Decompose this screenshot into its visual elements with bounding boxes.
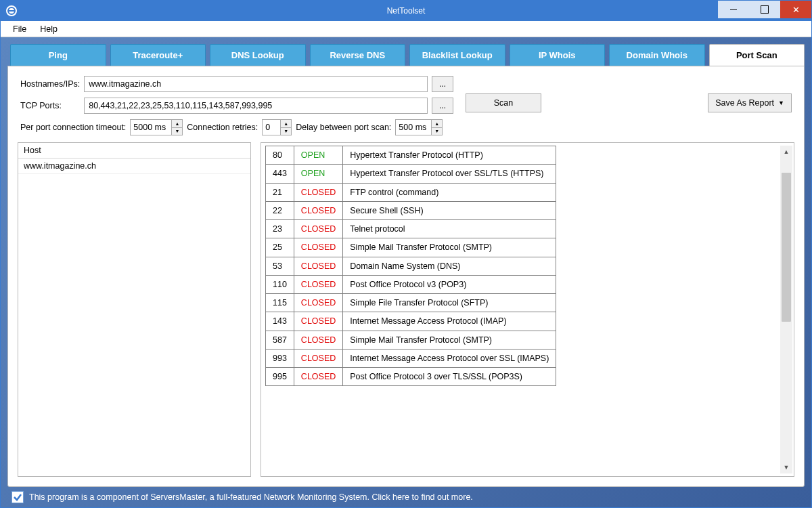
timeout-label: Per port connection timeout: bbox=[20, 123, 126, 132]
description-cell: Simple Mail Transfer Protocol (SMTP) bbox=[343, 238, 556, 257]
spin-up-icon[interactable]: ▲ bbox=[432, 120, 442, 128]
close-button[interactable] bbox=[780, 1, 811, 18]
port-cell: 25 bbox=[266, 238, 294, 257]
form-right: Scan Save As Report ▼ bbox=[466, 76, 792, 112]
save-as-report-button[interactable]: Save As Report ▼ bbox=[708, 93, 792, 112]
status-cell: CLOSED bbox=[294, 238, 342, 257]
hostnames-input[interactable] bbox=[84, 76, 428, 92]
description-cell: Internet Message Access Protocol over SS… bbox=[343, 349, 556, 367]
menu-help[interactable]: Help bbox=[33, 24, 64, 34]
spin-up-icon[interactable]: ▲ bbox=[281, 120, 291, 128]
tab-traceroute[interactable]: Traceroute+ bbox=[110, 44, 206, 66]
tcp-ports-input[interactable] bbox=[84, 98, 428, 114]
spin-down-icon[interactable]: ▼ bbox=[281, 128, 291, 135]
tcp-ports-label: TCP Ports: bbox=[20, 101, 80, 110]
result-panel: 80OPENHypertext Transfer Protocol (HTTP)… bbox=[261, 142, 794, 477]
spin-down-icon[interactable]: ▼ bbox=[432, 128, 442, 135]
status-cell: OPEN bbox=[294, 165, 342, 183]
spin-up-icon[interactable]: ▲ bbox=[172, 120, 182, 128]
delay-spinner[interactable]: ▲▼ bbox=[395, 119, 443, 135]
description-cell: Hypertext Transfer Protocol over SSL/TLS… bbox=[343, 165, 556, 183]
footer-text[interactable]: This program is a component of ServersMa… bbox=[29, 492, 473, 502]
maximize-button[interactable] bbox=[749, 1, 780, 18]
table-row[interactable]: 23CLOSEDTelnet protocol bbox=[266, 220, 556, 238]
delay-input[interactable] bbox=[396, 120, 431, 135]
description-cell: Telnet protocol bbox=[343, 220, 556, 238]
scroll-down-icon[interactable]: ▼ bbox=[780, 461, 792, 473]
port-cell: 21 bbox=[266, 183, 294, 201]
host-row[interactable]: www.itmagazine.ch bbox=[18, 158, 250, 174]
description-cell: Post Office Protocol 3 over TLS/SSL (POP… bbox=[343, 368, 556, 386]
scroll-thumb[interactable] bbox=[782, 173, 791, 322]
delay-label: Delay between port scan: bbox=[296, 123, 391, 132]
port-cell: 53 bbox=[266, 257, 294, 275]
retries-spinner[interactable]: ▲▼ bbox=[262, 119, 292, 135]
status-cell: CLOSED bbox=[294, 368, 342, 386]
table-row[interactable]: 80OPENHypertext Transfer Protocol (HTTP) bbox=[266, 146, 556, 165]
port-cell: 993 bbox=[266, 349, 294, 367]
port-cell: 587 bbox=[266, 331, 294, 349]
vertical-scrollbar[interactable]: ▲ ▼ bbox=[780, 146, 792, 473]
titlebar[interactable]: NetToolset bbox=[1, 1, 811, 21]
app-window: NetToolset File Help Ping Traceroute+ DN… bbox=[0, 0, 812, 508]
form-left: Hostnames/IPs: ... TCP Ports: ... Per po… bbox=[20, 76, 453, 135]
description-cell: Domain Name System (DNS) bbox=[343, 257, 556, 275]
description-cell: Simple File Transfer Protocol (SFTP) bbox=[343, 294, 556, 312]
menu-file[interactable]: File bbox=[6, 24, 33, 34]
footer-checkbox[interactable] bbox=[12, 491, 24, 503]
status-cell: OPEN bbox=[294, 146, 342, 165]
timeout-input[interactable] bbox=[131, 120, 171, 135]
port-cell: 80 bbox=[266, 146, 294, 165]
tab-ping[interactable]: Ping bbox=[10, 44, 106, 66]
table-row[interactable]: 443OPENHypertext Transfer Protocol over … bbox=[266, 165, 556, 183]
menubar: File Help bbox=[1, 21, 811, 37]
table-row[interactable]: 143CLOSEDInternet Message Access Protoco… bbox=[266, 312, 556, 331]
status-cell: CLOSED bbox=[294, 294, 342, 312]
description-cell: Simple Mail Transfer Protocol (SMTP) bbox=[343, 331, 556, 349]
tab-reverse-dns[interactable]: Reverse DNS bbox=[310, 44, 406, 66]
description-cell: Hypertext Transfer Protocol (HTTP) bbox=[343, 146, 556, 165]
scan-button[interactable]: Scan bbox=[466, 93, 541, 112]
window-controls bbox=[718, 1, 811, 21]
tab-ip-whois[interactable]: IP Whois bbox=[510, 44, 606, 66]
retries-input[interactable] bbox=[263, 120, 280, 135]
retries-label: Connection retries: bbox=[187, 123, 258, 132]
table-row[interactable]: 110CLOSEDPost Office Protocol v3 (POP3) bbox=[266, 275, 556, 293]
table-row[interactable]: 53CLOSEDDomain Name System (DNS) bbox=[266, 257, 556, 275]
tool-area: Hostnames/IPs: ... TCP Ports: ... Per po… bbox=[7, 66, 805, 487]
app-icon bbox=[6, 5, 17, 16]
tab-blacklist[interactable]: Blacklist Lookup bbox=[409, 44, 505, 66]
table-row[interactable]: 25CLOSEDSimple Mail Transfer Protocol (S… bbox=[266, 238, 556, 257]
port-cell: 22 bbox=[266, 201, 294, 219]
description-cell: Post Office Protocol v3 (POP3) bbox=[343, 275, 556, 293]
status-cell: CLOSED bbox=[294, 220, 342, 238]
table-row[interactable]: 22CLOSEDSecure Shell (SSH) bbox=[266, 201, 556, 219]
timeout-spinner[interactable]: ▲▼ bbox=[130, 119, 183, 135]
caret-down-icon: ▼ bbox=[778, 100, 784, 106]
table-row[interactable]: 115CLOSEDSimple File Transfer Protocol (… bbox=[266, 294, 556, 312]
footer: This program is a component of ServersMa… bbox=[7, 487, 805, 507]
minimize-button[interactable] bbox=[718, 1, 749, 18]
port-table: 80OPENHypertext Transfer Protocol (HTTP)… bbox=[265, 146, 556, 386]
table-row[interactable]: 995CLOSEDPost Office Protocol 3 over TLS… bbox=[266, 368, 556, 386]
tab-port-scan[interactable]: Port Scan bbox=[709, 44, 805, 66]
table-row[interactable]: 993CLOSEDInternet Message Access Protoco… bbox=[266, 349, 556, 367]
table-row[interactable]: 21CLOSEDFTP control (command) bbox=[266, 183, 556, 201]
host-panel: Host www.itmagazine.ch bbox=[18, 142, 251, 477]
port-cell: 23 bbox=[266, 220, 294, 238]
table-row[interactable]: 587CLOSEDSimple Mail Transfer Protocol (… bbox=[266, 331, 556, 349]
port-cell: 143 bbox=[266, 312, 294, 331]
tcp-ports-browse-button[interactable]: ... bbox=[432, 98, 453, 114]
tab-dns-lookup[interactable]: DNS Lookup bbox=[210, 44, 306, 66]
port-cell: 995 bbox=[266, 368, 294, 386]
port-cell: 110 bbox=[266, 275, 294, 293]
hostnames-browse-button[interactable]: ... bbox=[432, 76, 453, 92]
scroll-up-icon[interactable]: ▲ bbox=[780, 146, 792, 158]
spin-down-icon[interactable]: ▼ bbox=[172, 128, 182, 135]
status-cell: CLOSED bbox=[294, 349, 342, 367]
window-title: NetToolset bbox=[1, 6, 811, 16]
content-split: Host www.itmagazine.ch 80OPENHypertext T… bbox=[8, 142, 804, 486]
status-cell: CLOSED bbox=[294, 275, 342, 293]
tab-domain-whois[interactable]: Domain Whois bbox=[609, 44, 705, 66]
status-cell: CLOSED bbox=[294, 183, 342, 201]
